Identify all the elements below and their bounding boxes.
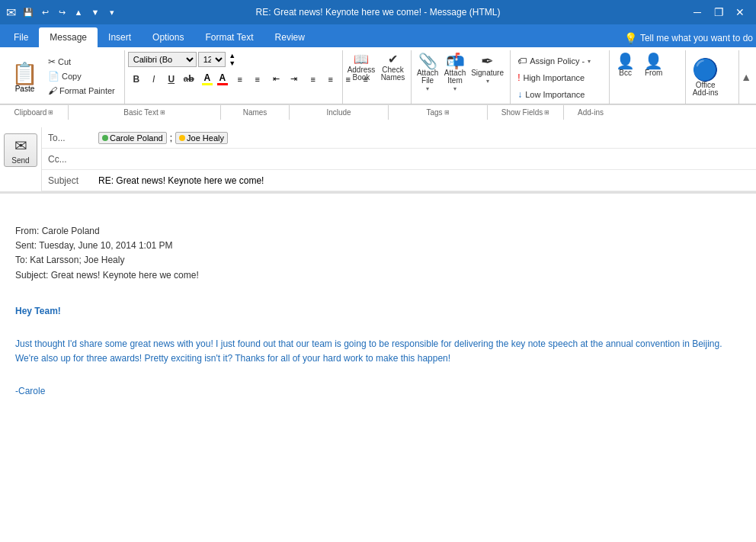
tab-message[interactable]: Message <box>39 27 98 47</box>
office-add-ins-label: OfficeAdd-ins <box>693 82 719 97</box>
ribbon: 📋 Paste ✂ Cut 📄 Copy 🖌 Format Painter <box>0 47 756 127</box>
include-group-label: Include <box>290 105 389 120</box>
paste-label: Paste <box>15 85 35 93</box>
cut-icon: ✂ <box>48 56 56 67</box>
font-size-decrease-button[interactable]: ▼ <box>227 60 238 67</box>
check-names-label: CheckNames <box>381 66 405 82</box>
send-button[interactable]: ✉ Send <box>4 133 37 167</box>
copy-label: Copy <box>62 72 82 81</box>
clipboard-group: 📋 Paste ✂ Cut 📄 Copy 🖌 Format Painter <box>3 50 125 104</box>
italic-button[interactable]: I <box>146 72 162 87</box>
format-painter-button[interactable]: 🖌 Format Painter <box>45 84 118 98</box>
bcc-icon: 👤 <box>616 53 635 69</box>
recipient-joe-healy[interactable]: Joe Healy <box>175 132 228 144</box>
attach-file-label: AttachFile <box>417 69 438 85</box>
clipboard-group-label[interactable]: Clipboard ⊞ <box>0 105 69 120</box>
format-painter-label: Format Painter <box>59 86 115 95</box>
body-spacer4 <box>15 375 741 384</box>
tab-bar: File Message Insert Options Format Text … <box>0 24 756 47</box>
subject-text-input[interactable] <box>98 175 753 186</box>
tab-review[interactable]: Review <box>264 27 316 47</box>
signature-label: Signature <box>471 69 504 77</box>
search-lightbulb-icon: 💡 <box>624 32 637 44</box>
email-header: ✉ Send To... Carole Poland ; Joe Healy <box>0 127 756 193</box>
save-qat-button[interactable]: 💾 <box>21 5 36 20</box>
signature-button[interactable]: ✒ Signature ▾ <box>469 52 505 86</box>
show-fields-group: 👤 Bcc 👤 From <box>610 50 686 104</box>
increase-indent-button[interactable]: ⇥ <box>286 72 303 87</box>
customize-qat-button[interactable]: ▾ <box>104 5 120 20</box>
bcc-button[interactable]: 👤 Bcc <box>613 52 638 79</box>
subject-field-row: Subject <box>42 170 756 191</box>
sign-off: -Carole <box>15 384 741 399</box>
carole-poland-status-dot <box>102 135 108 141</box>
attach-item-button[interactable]: 📬 AttachItem ▾ <box>442 52 468 94</box>
close-button[interactable]: ✕ <box>730 5 750 20</box>
email-metadata: From: Carole Poland Sent: Tuesday, June … <box>15 224 741 283</box>
basic-text-group: Calibri (Bo 12 ▲ ▼ B I U ab̶ <box>125 50 343 104</box>
numbered-list-button[interactable]: ≡ <box>249 72 266 87</box>
tab-file[interactable]: File <box>3 27 39 47</box>
low-importance-button[interactable]: ↓ Low Importance <box>514 87 588 102</box>
attach-file-button[interactable]: 📎 AttachFile ▾ <box>415 52 440 94</box>
window-controls: ─ ❐ ✕ <box>687 5 750 20</box>
font-size-select[interactable]: 12 <box>198 52 226 67</box>
redo-qat-button[interactable]: ↪ <box>54 5 69 20</box>
restore-button[interactable]: ❐ <box>709 5 729 20</box>
body-spacer <box>15 209 741 224</box>
sent-line: Sent: Tuesday, June 10, 2014 1:01 PM <box>15 239 741 253</box>
window-title: RE: Great news! Keynote here we come! - … <box>256 7 501 18</box>
cut-button[interactable]: ✂ Cut <box>45 55 118 69</box>
ribbon-collapse-button[interactable]: ▲ <box>739 50 753 104</box>
tab-options[interactable]: Options <box>142 27 194 47</box>
assign-policy-button[interactable]: 🏷 Assign Policy - ▾ <box>514 53 594 69</box>
tags-group-label[interactable]: Tags ⊞ <box>389 105 488 120</box>
highlight-color-button[interactable]: A <box>200 71 215 87</box>
underline-button[interactable]: U <box>163 72 180 87</box>
minimize-button[interactable]: ─ <box>687 5 707 20</box>
bcc-label: Bcc <box>619 69 632 77</box>
font-family-select[interactable]: Calibri (Bo <box>128 52 197 67</box>
from-icon: 👤 <box>644 53 663 69</box>
to-text-input[interactable] <box>231 133 753 143</box>
cut-label: Cut <box>58 57 71 66</box>
title-bar-left: ✉ 💾 ↩ ↪ ▲ ▼ ▾ <box>6 5 120 20</box>
recipient-carole-poland[interactable]: Carole Poland <box>98 132 167 144</box>
copy-button[interactable]: 📄 Copy <box>45 69 118 83</box>
to-label[interactable]: To... <box>42 130 95 146</box>
email-body[interactable]: From: Carole Poland Sent: Tuesday, June … <box>0 193 756 542</box>
up-qat-button[interactable]: ▲ <box>71 5 86 20</box>
check-names-button[interactable]: ✔ CheckNames <box>380 52 406 83</box>
decrease-indent-button[interactable]: ⇤ <box>268 72 285 87</box>
down-qat-button[interactable]: ▼ <box>88 5 103 20</box>
from-button[interactable]: 👤 From <box>641 52 666 79</box>
tab-format-text[interactable]: Format Text <box>194 27 264 47</box>
basic-text-group-label[interactable]: Basic Text ⊞ <box>69 105 221 120</box>
high-importance-label: High Importance <box>523 73 585 82</box>
show-fields-group-label[interactable]: Show Fields ⊞ <box>488 105 564 120</box>
include-group: 📎 AttachFile ▾ 📬 AttachItem ▾ ✒ Signatur… <box>412 50 511 104</box>
to-line: To: Kat Larsson; Joe Healy <box>15 253 741 268</box>
office-add-ins-icon: 🔵 <box>692 59 719 81</box>
cc-label[interactable]: Cc... <box>42 151 95 168</box>
tab-insert[interactable]: Insert <box>98 27 142 47</box>
high-importance-button[interactable]: ! High Importance <box>514 70 588 85</box>
format-painter-icon: 🖌 <box>48 85 57 96</box>
undo-qat-button[interactable]: ↩ <box>37 5 53 20</box>
align-center-button[interactable]: ≡ <box>322 72 339 87</box>
font-color-button[interactable]: A <box>216 71 229 87</box>
search-hint-text[interactable]: Tell me what you want to do <box>640 33 753 43</box>
bullet-list-button[interactable]: ≡ <box>232 72 248 87</box>
cc-text-input[interactable] <box>98 154 753 165</box>
address-book-button[interactable]: 📖 AddressBook <box>346 52 376 83</box>
font-row: Calibri (Bo 12 ▲ ▼ <box>128 52 238 67</box>
attach-item-label: AttachItem <box>444 69 466 85</box>
office-add-ins-button[interactable]: 🔵 OfficeAdd-ins <box>689 58 722 98</box>
assign-policy-icon: 🏷 <box>517 56 527 66</box>
address-book-label: AddressBook <box>348 66 376 82</box>
font-size-increase-button[interactable]: ▲ <box>227 53 238 59</box>
strikethrough-button[interactable]: ab̶ <box>181 72 197 87</box>
bold-button[interactable]: B <box>128 72 145 87</box>
paste-button[interactable]: 📋 Paste <box>6 52 43 104</box>
align-left-button[interactable]: ≡ <box>305 72 322 87</box>
